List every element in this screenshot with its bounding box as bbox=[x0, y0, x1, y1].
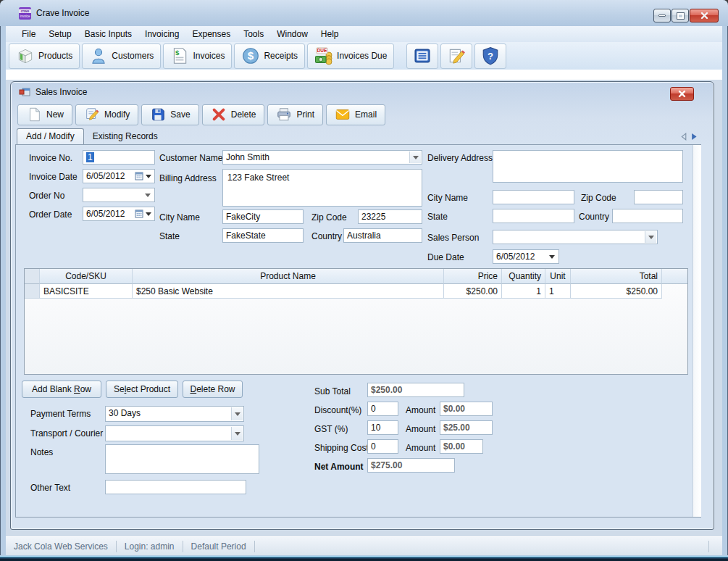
products-button[interactable]: Products bbox=[9, 43, 80, 69]
email-label: Email bbox=[355, 109, 377, 120]
new-button[interactable]: New bbox=[17, 104, 72, 125]
grid-cell-quantity[interactable]: 1 bbox=[502, 284, 545, 299]
order-no-label: Order No bbox=[29, 191, 64, 201]
tab-add-modify[interactable]: Add / Modify bbox=[17, 128, 84, 144]
customer-name-dropdown-button[interactable] bbox=[409, 151, 421, 163]
menu-file[interactable]: File bbox=[15, 28, 42, 41]
billing-city-label: City Name bbox=[159, 212, 200, 223]
billing-state-input[interactable]: FakeState bbox=[222, 228, 304, 243]
grid-header-total[interactable]: Total bbox=[571, 269, 662, 284]
grid-header-selector[interactable] bbox=[25, 269, 40, 284]
invoices-due-money-icon: DUE bbox=[314, 46, 333, 65]
close-icon bbox=[700, 12, 708, 20]
svg-text:invoice: invoice bbox=[20, 14, 30, 18]
menu-setup[interactable]: Setup bbox=[42, 28, 78, 41]
new-page-icon bbox=[26, 107, 42, 122]
menu-basic-inputs[interactable]: Basic Inputs bbox=[78, 28, 138, 41]
select-product-button[interactable]: Select Product bbox=[106, 381, 178, 398]
grid-cell-unit[interactable]: 1 bbox=[545, 284, 571, 299]
save-button[interactable]: Save bbox=[141, 104, 198, 125]
transport-courier-combo[interactable] bbox=[105, 425, 244, 441]
invoice-no-input[interactable]: 1 bbox=[83, 150, 155, 165]
shipping-pct-input[interactable]: 0 bbox=[367, 439, 398, 454]
delete-row-button[interactable]: Delete Row bbox=[183, 381, 243, 398]
maximize-button[interactable] bbox=[671, 9, 689, 22]
due-date-dropdown-button[interactable] bbox=[546, 251, 558, 262]
invoices-document-icon: $ bbox=[170, 46, 189, 65]
menu-help[interactable]: Help bbox=[314, 28, 346, 41]
invoices-due-button[interactable]: DUE Invoices Due bbox=[307, 43, 394, 69]
sales-person-dropdown-button[interactable] bbox=[645, 231, 656, 243]
tab-scroll-right-icon[interactable] bbox=[691, 133, 698, 141]
invoice-date-picker[interactable]: 6/05/2012 bbox=[83, 169, 155, 183]
grid-header-product-name[interactable]: Product Name bbox=[133, 269, 444, 284]
other-text-input[interactable] bbox=[105, 480, 246, 494]
mdi-area: Sales Invoice New bbox=[6, 71, 722, 536]
grid-row-selector[interactable] bbox=[25, 284, 40, 299]
transport-courier-dropdown-button[interactable] bbox=[231, 427, 243, 440]
close-button[interactable] bbox=[690, 9, 719, 22]
grid-cell-product-name[interactable]: $250 Basic Website bbox=[133, 284, 444, 299]
order-date-picker[interactable]: 6/05/2012 bbox=[83, 207, 155, 221]
invoice-toolbar: New Modify bbox=[11, 102, 714, 127]
invoices-button[interactable]: $ Invoices bbox=[163, 43, 232, 69]
delivery-country-label: Country bbox=[579, 212, 609, 222]
minimize-button[interactable] bbox=[653, 9, 671, 22]
order-no-combo[interactable] bbox=[83, 188, 155, 202]
customers-button[interactable]: Customers bbox=[82, 43, 161, 69]
delivery-address-textarea[interactable] bbox=[493, 150, 683, 183]
delivery-state-input[interactable] bbox=[493, 209, 574, 223]
payment-terms-dropdown-button[interactable] bbox=[231, 407, 243, 420]
email-button[interactable]: Email bbox=[326, 104, 385, 125]
shipping-amount-label: Amount bbox=[406, 443, 435, 453]
sales-invoice-titlebar[interactable]: Sales Invoice bbox=[11, 82, 714, 102]
delivery-city-input[interactable] bbox=[493, 190, 574, 204]
add-blank-row-button[interactable]: Add Blank Row bbox=[22, 381, 101, 398]
menu-expenses[interactable]: Expenses bbox=[185, 28, 237, 41]
receipts-button[interactable]: $ Receipts bbox=[234, 43, 305, 69]
grid-header-price[interactable]: Price bbox=[444, 269, 502, 284]
invoice-date-calendar-button[interactable] bbox=[133, 171, 153, 181]
list-view-button[interactable] bbox=[406, 43, 438, 69]
dropdown-arrow-icon bbox=[235, 412, 240, 416]
discount-pct-input[interactable]: 0 bbox=[367, 402, 398, 416]
menu-invoicing[interactable]: Invoicing bbox=[138, 28, 185, 41]
help-button[interactable]: ? bbox=[474, 43, 506, 69]
notes-textarea[interactable] bbox=[105, 444, 259, 474]
grid-cell-total[interactable]: $250.00 bbox=[571, 284, 662, 299]
billing-address-textarea[interactable]: 123 Fake Street bbox=[222, 169, 422, 207]
tab-scroll-left-icon[interactable] bbox=[680, 133, 687, 141]
delivery-zip-input[interactable] bbox=[634, 190, 683, 204]
tab-existing-records[interactable]: Existing Records bbox=[84, 129, 167, 144]
billing-zip-input[interactable]: 23225 bbox=[358, 209, 422, 224]
grid-cell-price[interactable]: $250.00 bbox=[444, 284, 502, 299]
net-amount-value: $275.00 bbox=[367, 458, 455, 473]
grid-header-code-sku[interactable]: Code/SKU bbox=[40, 269, 133, 284]
customer-name-combo[interactable]: John Smith bbox=[222, 150, 422, 165]
payment-terms-label: Payment Terms bbox=[30, 409, 91, 419]
order-date-calendar-button[interactable] bbox=[133, 209, 153, 219]
grid-cell-code-sku[interactable]: BASICSITE bbox=[40, 284, 133, 299]
payment-terms-combo[interactable]: 30 Days bbox=[105, 406, 244, 422]
billing-country-input[interactable]: Australia bbox=[343, 228, 422, 243]
sales-invoice-close-button[interactable] bbox=[670, 87, 694, 101]
billing-city-input[interactable]: FakeCity bbox=[222, 209, 304, 224]
grid-header-unit[interactable]: Unit bbox=[545, 269, 571, 284]
menu-window[interactable]: Window bbox=[270, 28, 314, 41]
edit-record-button[interactable] bbox=[440, 43, 472, 69]
due-date-combo[interactable]: 6/05/2012 bbox=[493, 249, 559, 264]
grid-header-quantity[interactable]: Quantity bbox=[502, 269, 545, 284]
order-no-dropdown-button[interactable] bbox=[142, 189, 154, 201]
products-label: Products bbox=[38, 51, 72, 61]
gst-pct-input[interactable]: 10 bbox=[367, 420, 398, 435]
select-product-label: Select Product bbox=[114, 384, 170, 394]
delivery-country-input[interactable] bbox=[612, 209, 683, 223]
customers-label: Customers bbox=[112, 51, 154, 61]
menu-tools[interactable]: Tools bbox=[237, 28, 270, 41]
menubar: File Setup Basic Inputs Invoicing Expens… bbox=[6, 26, 722, 42]
delete-button[interactable]: Delete bbox=[202, 104, 265, 125]
sales-person-combo[interactable] bbox=[493, 230, 658, 244]
print-button[interactable]: Print bbox=[267, 104, 323, 125]
modify-button[interactable]: Modify bbox=[75, 104, 138, 125]
app-titlebar: crave invoice Crave Invoice bbox=[0, 0, 728, 26]
